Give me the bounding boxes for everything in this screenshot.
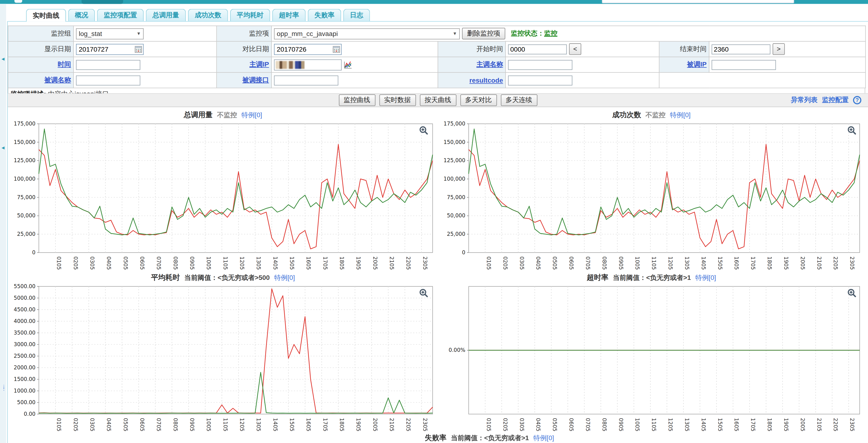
svg-text:1605: 1605: [734, 418, 740, 432]
sidebar-collapsed-rail[interactable]: ◄ ◄ ⋮⋮: [0, 4, 6, 443]
svg-text:1005: 1005: [206, 418, 212, 432]
svg-text:0905: 0905: [189, 257, 195, 270]
top-navbar: [0, 0, 868, 4]
svg-text:0105: 0105: [56, 418, 62, 432]
tab-fail-rate[interactable]: 失败率: [308, 9, 341, 21]
tab-realtime-curve[interactable]: 实时曲线: [26, 9, 66, 22]
svg-text:2205: 2205: [405, 257, 411, 270]
display-date-field[interactable]: [76, 43, 144, 55]
tab-total-calls[interactable]: 总调用量: [146, 9, 186, 21]
timeout-rate-chart: 0105020503050405050506050705080509051005…: [438, 283, 865, 433]
success-count-chart: 0105020503050405050506050705080509051005…: [438, 120, 865, 272]
calendar-icon[interactable]: [333, 46, 340, 53]
caller-name-link[interactable]: 主调名称: [476, 61, 503, 68]
timeout-rate-chart-panel: 超时率 当前阈值：<负无穷或者>1 特例[0] 0105020503050405…: [438, 272, 865, 435]
multiday-compare-button[interactable]: 多天对比: [460, 94, 497, 106]
tab-timeout-rate[interactable]: 超时率: [272, 9, 306, 21]
calendar-icon[interactable]: [135, 46, 142, 53]
svg-text:1705: 1705: [750, 418, 756, 432]
svg-text:1505: 1505: [717, 418, 723, 432]
start-time-input[interactable]: [508, 44, 567, 54]
svg-text:0305: 0305: [519, 257, 525, 270]
svg-text:1405: 1405: [272, 257, 278, 270]
svg-text:175,000: 175,000: [443, 120, 465, 127]
monitor-status-link[interactable]: 监控: [544, 29, 557, 37]
svg-text:150,000: 150,000: [14, 139, 35, 145]
end-time-input[interactable]: [712, 44, 771, 54]
time-filter-input[interactable]: [76, 60, 140, 69]
svg-text:5000.00: 5000.00: [14, 295, 35, 301]
resultcode-link[interactable]: resultcode: [469, 76, 503, 84]
delete-monitor-item-button[interactable]: 删除监控项: [462, 28, 505, 39]
zoom-in-icon[interactable]: [419, 289, 428, 299]
svg-text:2305: 2305: [422, 257, 428, 270]
svg-text:0805: 0805: [601, 418, 608, 432]
resultcode-input[interactable]: [508, 75, 572, 85]
caller-name-input[interactable]: [508, 60, 572, 69]
ip-analyze-chart-icon[interactable]: [344, 61, 352, 69]
svg-text:0105: 0105: [486, 418, 492, 432]
next-time-button[interactable]: >: [773, 43, 785, 55]
svg-text:100,000: 100,000: [14, 176, 35, 182]
callee-interface-link[interactable]: 被调接口: [243, 76, 269, 84]
collapse-arrow-icon[interactable]: ◄: [0, 145, 5, 150]
tab-log[interactable]: 日志: [343, 9, 370, 21]
svg-text:0: 0: [32, 249, 35, 256]
special-cases-link[interactable]: 特例[0]: [695, 273, 716, 282]
compare-date-input[interactable]: [276, 45, 329, 54]
svg-text:1905: 1905: [783, 257, 789, 270]
svg-text:100,000: 100,000: [443, 176, 465, 182]
realtime-data-button[interactable]: 实时数据: [379, 94, 416, 106]
special-cases-link[interactable]: 特例[0]: [670, 110, 691, 120]
display-date-input[interactable]: [78, 45, 131, 54]
zoom-in-icon[interactable]: [847, 289, 857, 299]
multiday-continuous-button[interactable]: 多天连续: [501, 94, 537, 106]
callee-interface-input[interactable]: [274, 75, 338, 85]
monitoring-dashboard: ◄ ◄ ⋮⋮ 实时曲线 概况 监控项配置 总调用量 成功次数 平均耗时 超时率 …: [0, 0, 868, 443]
callee-name-input[interactable]: [76, 75, 140, 85]
monitor-config-link[interactable]: 监控配置: [822, 95, 848, 105]
caller-ip-input[interactable]: [274, 59, 342, 70]
svg-text:5500.00: 5500.00: [14, 283, 35, 289]
svg-text:50,000: 50,000: [17, 212, 35, 218]
svg-text:0805: 0805: [173, 257, 179, 270]
svg-text:2005: 2005: [372, 418, 378, 432]
svg-text:2005: 2005: [372, 257, 378, 270]
special-cases-link[interactable]: 特例[0]: [274, 273, 295, 282]
success-count-chart-title: 成功次数 不监控 特例[0]: [438, 109, 865, 120]
tab-success-count[interactable]: 成功次数: [188, 9, 228, 21]
svg-text:0905: 0905: [618, 257, 624, 270]
help-icon[interactable]: ?: [853, 96, 861, 105]
collapse-arrow-icon[interactable]: ◄: [0, 57, 5, 62]
total-calls-chart-title: 总调用量 不监控 特例[0]: [8, 109, 438, 120]
monitor-curve-button[interactable]: 监控曲线: [339, 94, 375, 106]
svg-text:125,000: 125,000: [443, 157, 465, 164]
zoom-in-icon[interactable]: [419, 126, 428, 137]
navbar-search-input[interactable]: [602, 0, 795, 3]
zoom-in-icon[interactable]: [847, 126, 857, 137]
tab-monitor-config[interactable]: 监控项配置: [97, 9, 144, 21]
special-cases-link[interactable]: 特例[0]: [242, 110, 262, 120]
compare-date-field[interactable]: [274, 43, 342, 55]
svg-text:1105: 1105: [651, 418, 657, 432]
abnormal-list-link[interactable]: 异常列表: [791, 95, 817, 105]
svg-text:1205: 1205: [239, 418, 245, 432]
end-time-label: 结束时间: [659, 41, 709, 57]
time-filter-link[interactable]: 时间: [58, 61, 71, 68]
monitor-item-select[interactable]: opp_mm_cc_javaapi▼: [274, 28, 460, 39]
callee-ip-link[interactable]: 被调IP: [687, 61, 707, 68]
prev-time-button[interactable]: <: [569, 43, 581, 55]
avg-latency-chart: 0105020503050405050506050705080509051005…: [8, 283, 438, 433]
special-cases-link[interactable]: 特例[0]: [533, 433, 554, 443]
monitor-group-select[interactable]: log_stat▼: [76, 28, 144, 39]
callee-ip-input[interactable]: [712, 60, 776, 69]
navbar-active-menu[interactable]: [82, 0, 123, 4]
caller-ip-link[interactable]: 主调IP: [249, 61, 269, 68]
svg-text:2105: 2105: [816, 418, 822, 432]
avg-latency-chart-panel: 平均耗时 当前阈值：<负无穷或者>500 特例[0] 0105020503050…: [8, 272, 438, 435]
tab-overview[interactable]: 概况: [68, 9, 95, 21]
callee-name-link[interactable]: 被调名称: [44, 76, 71, 84]
svg-text:1605: 1605: [734, 257, 740, 270]
tab-avg-latency[interactable]: 平均耗时: [230, 9, 270, 21]
daily-curve-button[interactable]: 按天曲线: [420, 94, 456, 106]
